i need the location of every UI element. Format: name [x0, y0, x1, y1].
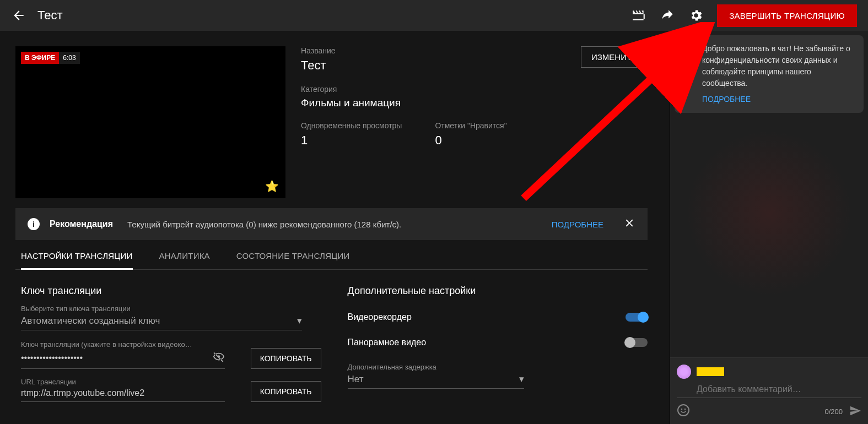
chevron-down-icon: ▾: [297, 315, 302, 327]
star-icon: ⭐: [265, 180, 279, 193]
main-panel: В ЭФИРЕ 6:03 ⭐ ИЗМЕНИТЬ Название Тест Ка…: [0, 31, 670, 424]
info-icon: i: [28, 218, 40, 230]
likes-label: Отметки "Нравится": [435, 121, 506, 130]
chat-welcome-text: Добро пожаловать в чат! Не забывайте о к…: [702, 43, 856, 89]
edit-button[interactable]: ИЗМЕНИТЬ: [581, 46, 648, 68]
key-type-label: Выберите тип ключа трансляции: [21, 305, 321, 313]
char-count: 0/200: [824, 407, 843, 416]
category-value: Фильмы и анимация: [301, 97, 648, 109]
chevron-down-icon: ▾: [519, 373, 524, 385]
copy-key-button[interactable]: КОПИРОВАТЬ: [251, 348, 321, 369]
latency-value: Нет: [348, 374, 364, 385]
avatar: [677, 365, 691, 379]
category-label: Категория: [301, 85, 648, 94]
live-badge-text: В ЭФИРЕ: [21, 52, 59, 64]
chat-welcome-more-link[interactable]: ПОДРОБНЕЕ: [702, 94, 856, 105]
send-icon[interactable]: [849, 405, 861, 418]
stream-url-label: URL трансляции: [21, 378, 245, 386]
latency-label: Дополнительная задержка: [348, 363, 648, 371]
copy-url-button[interactable]: КОПИРОВАТЬ: [251, 381, 321, 402]
additional-settings-section: Дополнительные настройки Видеорекордер П…: [348, 285, 648, 411]
clapperboard-icon[interactable]: [631, 8, 646, 23]
user-name-badge: [697, 367, 724, 376]
pano-label: Панорамное видео: [348, 338, 427, 347]
close-icon[interactable]: [623, 217, 635, 231]
chat-comment-input[interactable]: [677, 382, 861, 398]
visibility-off-icon[interactable]: [213, 351, 225, 365]
chat-welcome-card: Добро пожаловать в чат! Не забывайте о к…: [675, 35, 864, 113]
recommendation-banner: i Рекомендация Текущий битрейт аудиопото…: [15, 208, 648, 240]
chat-panel: Добро пожаловать в чат! Не забывайте о к…: [670, 31, 868, 424]
stream-key-title: Ключ трансляции: [21, 285, 321, 297]
gear-icon[interactable]: [688, 8, 704, 23]
app-header: Тест ЗАВЕРШИТЬ ТРАНСЛЯЦИЮ: [0, 0, 868, 31]
video-preview[interactable]: В ЭФИРЕ 6:03 ⭐: [15, 46, 285, 198]
share-icon[interactable]: [660, 8, 675, 23]
recommendation-more-link[interactable]: ПОДРОБНЕЕ: [552, 220, 603, 229]
viewers-value: 1: [301, 133, 402, 148]
likes-value: 0: [435, 133, 506, 148]
viewers-label: Одновременные просмотры: [301, 121, 402, 130]
live-badge-time: 6:03: [59, 52, 79, 64]
latency-select[interactable]: Нет ▾: [348, 373, 524, 389]
key-type-value: Автоматически созданный ключ: [21, 316, 160, 327]
end-stream-button[interactable]: ЗАВЕРШИТЬ ТРАНСЛЯЦИЮ: [717, 4, 857, 27]
chat-input-area: 0/200: [670, 357, 868, 424]
svg-point-2: [684, 409, 686, 410]
dvr-label: Видеорекордер: [348, 312, 412, 322]
svg-point-0: [678, 405, 689, 416]
tab-bar: НАСТРОЙКИ ТРАНСЛЯЦИИ АНАЛИТИКА СОСТОЯНИЕ…: [15, 240, 648, 270]
tab-analytics[interactable]: АНАЛИТИКА: [159, 251, 210, 269]
stream-title-header: Тест: [37, 8, 63, 23]
live-badge: В ЭФИРЕ 6:03: [21, 52, 80, 64]
chat-messages-area: [675, 113, 864, 295]
emoji-icon[interactable]: [677, 404, 690, 420]
tab-stream-health[interactable]: СОСТОЯНИЕ ТРАНСЛЯЦИИ: [236, 251, 350, 269]
key-type-select[interactable]: Автоматически созданный ключ ▾: [21, 315, 302, 330]
svg-point-1: [681, 409, 683, 410]
youtube-icon: [682, 44, 696, 54]
tab-stream-settings[interactable]: НАСТРОЙКИ ТРАНСЛЯЦИИ: [21, 251, 133, 270]
stream-url-value: rtmp://a.rtmp.youtube.com/live2: [21, 388, 144, 398]
dvr-toggle[interactable]: [626, 313, 648, 322]
stream-info: ИЗМЕНИТЬ Название Тест Категория Фильмы …: [301, 46, 670, 198]
stream-key-label: Ключ трансляции (укажите в настройках ви…: [21, 340, 245, 349]
recommendation-text: Текущий битрейт аудиопотока (0) ниже рек…: [127, 220, 542, 229]
recommendation-title: Рекомендация: [50, 219, 113, 229]
stream-key-value: ••••••••••••••••••••: [21, 353, 83, 363]
panoramic-toggle[interactable]: [626, 338, 648, 347]
stream-key-section: Ключ трансляции Выберите тип ключа транс…: [21, 285, 321, 411]
back-arrow-icon[interactable]: [11, 8, 26, 23]
additional-settings-title: Дополнительные настройки: [348, 285, 648, 297]
